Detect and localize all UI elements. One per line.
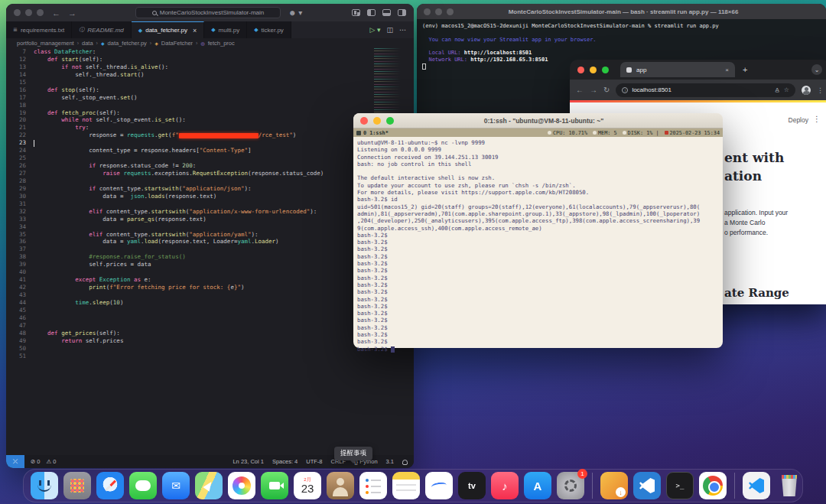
dock-item-photos[interactable] [227, 471, 256, 500]
vscode-icon[interactable] [633, 472, 661, 499]
zoom-button[interactable] [37, 9, 44, 16]
deploy-button[interactable]: Deploy [789, 116, 808, 124]
maps-icon[interactable] [195, 472, 223, 499]
chrome-icon[interactable] [699, 472, 727, 499]
browser-tab[interactable]: app × [620, 62, 735, 77]
dock-item-vscode[interactable] [633, 471, 662, 500]
minimize-button[interactable] [25, 9, 32, 16]
breadcrumb-item[interactable]: portfolio_management [17, 40, 74, 47]
split-editor-icon[interactable]: ◫ [386, 26, 393, 34]
facetime-icon[interactable] [261, 472, 288, 499]
dock-item-fdm[interactable]: ↓ [600, 471, 629, 500]
tab-close-icon[interactable]: × [725, 67, 729, 73]
tv-icon[interactable]: tv [458, 472, 486, 499]
minimize-button[interactable] [590, 67, 597, 73]
breadcrumb-item[interactable]: data_fetcher.py [108, 40, 147, 47]
zoom-button[interactable] [386, 117, 394, 125]
zoom-button[interactable] [602, 67, 609, 73]
close-button[interactable] [14, 9, 21, 16]
status-item[interactable]: UTF-8 [306, 458, 322, 465]
tab-ticker.py[interactable]: ◆ticker.py [247, 21, 291, 38]
breadcrumb-item[interactable]: DataFetcher [161, 40, 193, 47]
minimize-button[interactable] [373, 117, 381, 125]
dock-item-finder[interactable] [30, 471, 59, 500]
dock-item-trash[interactable] [775, 471, 804, 500]
status-item[interactable]: Spaces: 4 [272, 458, 298, 465]
close-button[interactable] [424, 8, 431, 15]
dock-item-settings[interactable]: 1 [556, 471, 585, 500]
tab-requirements.txt[interactable]: ≣requirements.txt [6, 21, 72, 38]
dock-item-maps[interactable] [194, 471, 223, 500]
command-center-search[interactable]: MonteCarloStockInvestSimulator-main [135, 7, 281, 18]
close-button[interactable] [577, 67, 584, 73]
dock-item-contacts[interactable] [326, 471, 355, 500]
dock-item-vscode2[interactable] [742, 471, 771, 500]
finder-icon[interactable] [31, 472, 58, 499]
dock-item-chrome[interactable] [698, 471, 727, 500]
dock-item-notes[interactable] [392, 471, 421, 500]
remote-indicator[interactable]: ⤫ [6, 455, 24, 468]
streamlit-menu-icon[interactable]: ⋮ [813, 115, 821, 123]
terminal-icon[interactable]: >_ [666, 472, 694, 499]
breadcrumb[interactable]: portfolio_management›data›◆data_fetcher.… [6, 38, 414, 48]
photos-icon[interactable] [228, 472, 255, 499]
dock-item-facetime[interactable] [260, 471, 289, 500]
mail-icon[interactable]: ✉ [162, 472, 190, 499]
dock-item-safari[interactable] [96, 471, 125, 500]
toggle-primary-sidebar-icon[interactable] [367, 9, 376, 16]
reload-icon[interactable]: ↻ [603, 86, 610, 94]
dock-item-tv[interactable]: tv [457, 471, 486, 500]
appstore-icon[interactable]: A [524, 472, 551, 499]
tab-data_fetcher.py[interactable]: ◆data_fetcher.py× [132, 21, 204, 38]
dock-item-reminders[interactable] [359, 471, 388, 500]
launchpad-icon[interactable] [63, 472, 91, 499]
terminal-window-ssh[interactable]: 0:1:ssh - "ubuntu@VM-8-11-ubuntu: ~" 0 1… [353, 113, 723, 348]
new-tab-button[interactable]: + [743, 65, 747, 74]
history-forward-icon[interactable]: → [68, 8, 76, 18]
toggle-secondary-sidebar-icon[interactable] [398, 9, 406, 16]
problems-errors[interactable]: ⊘ 0 [31, 458, 40, 465]
terminal-titlebar[interactable]: MonteCarloStockInvestSimulator-main — ba… [417, 4, 826, 19]
close-button[interactable] [360, 117, 368, 125]
contacts-icon[interactable] [327, 472, 354, 499]
status-item[interactable]: 3.1 [386, 458, 394, 465]
customize-layout-icon[interactable] [352, 9, 360, 16]
vscode-titlebar[interactable]: ← → MonteCarloStockInvestSimulator-main … [6, 4, 414, 21]
breadcrumb-item[interactable]: data [82, 40, 93, 47]
trash-icon[interactable] [776, 472, 803, 499]
breadcrumb-item[interactable]: fetch_proc [208, 40, 235, 47]
dock-item-freeform[interactable] [424, 471, 454, 500]
translate-icon[interactable]: A̲ [775, 86, 779, 93]
forward-icon[interactable]: → [590, 86, 597, 94]
status-item[interactable]: Ln 23, Col 1 [233, 458, 263, 465]
problems-warnings[interactable]: ⚠ 0 [46, 458, 56, 465]
notifications-bell-icon[interactable] [402, 460, 408, 465]
dock-item-launchpad[interactable] [63, 471, 92, 500]
dock-item-mail[interactable]: ✉ [161, 471, 190, 500]
profile-avatar[interactable] [802, 86, 811, 95]
dock-item-terminal[interactable]: >_ [665, 471, 694, 500]
vscode2-icon[interactable] [743, 472, 770, 499]
terminal-titlebar[interactable]: 0:1:ssh - "ubuntu@VM-8-11-ubuntu: ~" [353, 113, 723, 128]
toggle-panel-icon[interactable] [382, 9, 391, 16]
account-icon[interactable]: ☻ ▾ [288, 8, 302, 17]
tab-close-icon[interactable]: × [193, 27, 197, 34]
zoom-button[interactable] [447, 8, 454, 15]
tab-search-chevron-icon[interactable]: ⌄ [811, 64, 822, 75]
dock-item-music[interactable]: ♪ [490, 471, 519, 500]
safari-icon[interactable] [96, 472, 124, 499]
address-bar[interactable]: i localhost:8501 A̲ ☆ [616, 83, 795, 97]
tab-multi.py[interactable]: ◆multi.py [204, 21, 247, 38]
notes-icon[interactable] [392, 472, 420, 499]
minimize-button[interactable] [435, 8, 442, 15]
bookmark-star-icon[interactable]: ☆ [784, 86, 789, 93]
calendar-icon[interactable]: 2月23 [294, 472, 321, 499]
dock-item-messages[interactable] [128, 471, 158, 500]
back-icon[interactable]: ← [576, 86, 584, 94]
freeform-icon[interactable] [425, 472, 453, 499]
browser-menu-icon[interactable]: ⋮ [817, 86, 824, 94]
fdm-icon[interactable]: ↓ [600, 472, 628, 499]
messages-icon[interactable] [129, 472, 157, 499]
site-info-icon[interactable]: i [622, 87, 628, 93]
more-actions-icon[interactable]: ⋯ [399, 26, 406, 34]
